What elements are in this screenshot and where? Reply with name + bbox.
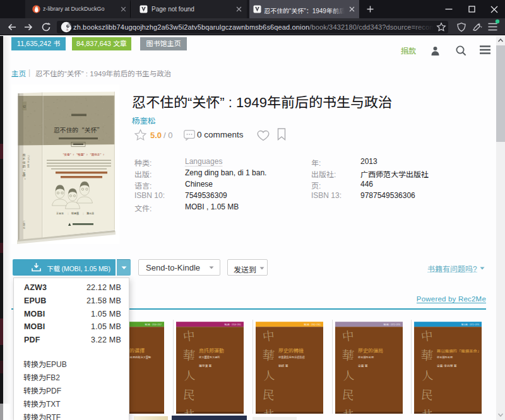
svg-text:第4卷 · 1958-1961: 第4卷 · 1958-1961 bbox=[224, 323, 241, 326]
svg-text:華: 華 bbox=[341, 345, 355, 365]
svg-text:民: 民 bbox=[342, 385, 355, 403]
svg-text:人: 人 bbox=[263, 366, 275, 383]
svg-text:中: 中 bbox=[420, 326, 434, 344]
svg-text:羅平漢 著: 羅平漢 著 bbox=[199, 363, 212, 368]
svg-text:人: 人 bbox=[342, 366, 355, 383]
svg-text:史雲 著: 史雲 著 bbox=[358, 363, 368, 368]
svg-text:第5卷 · 1962-1965: 第5卷 · 1962-1965 bbox=[304, 323, 321, 326]
svg-text:從大躍進到大饑荒: 從大躍進到大饑荒 bbox=[199, 355, 220, 359]
svg-text:中: 中 bbox=[182, 326, 196, 344]
svg-text:中: 中 bbox=[261, 326, 275, 344]
svg-text:史雲·李丹慧 著: 史雲·李丹慧 著 bbox=[437, 363, 457, 368]
svg-text:共: 共 bbox=[420, 405, 434, 414]
svg-text:民: 民 bbox=[182, 385, 196, 403]
svg-text:潘光旦: 潘光旦 bbox=[86, 211, 95, 215]
svg-text:忍不住的“关怀”: 忍不住的“关怀” bbox=[54, 125, 103, 134]
svg-text:中: 中 bbox=[341, 326, 355, 344]
svg-text:1949年前后: 1949年前后 bbox=[27, 155, 30, 168]
svg-text:共: 共 bbox=[182, 405, 196, 414]
svg-text:難以繼續的「繼續革命」: 難以繼續的「繼續革命」 bbox=[437, 348, 481, 354]
svg-text:人: 人 bbox=[183, 366, 196, 383]
svg-text:民: 民 bbox=[262, 385, 276, 403]
svg-text:王芸生: 王芸生 bbox=[56, 211, 64, 215]
svg-text:订: 订 bbox=[23, 104, 26, 108]
svg-text:華: 華 bbox=[420, 345, 434, 365]
svg-text:華: 華 bbox=[261, 345, 275, 365]
svg-text:第10卷 · 1972-1976: 第10卷 · 1972-1976 bbox=[461, 323, 479, 326]
svg-text:第8卷 · 1972-1976: 第8卷 · 1972-1976 bbox=[383, 323, 400, 326]
svg-text:從批林到批鄧: 從批林到批鄧 bbox=[437, 355, 453, 359]
svg-text:人: 人 bbox=[421, 366, 434, 383]
svg-text:華: 華 bbox=[182, 345, 196, 365]
svg-text:广西师范: 广西师范 bbox=[22, 220, 25, 230]
svg-text:忍不住的“关怀”: 忍不住的“关怀” bbox=[21, 154, 27, 182]
svg-text:歷史的僵局: 歷史的僵局 bbox=[358, 347, 383, 354]
svg-text:“反骨”? “叛国”? “跟党走”?: “反骨”? “叛国”? “跟党走”? bbox=[61, 153, 104, 156]
svg-text:民: 民 bbox=[420, 385, 434, 403]
svg-text:從批林到批鄧: 從批林到批鄧 bbox=[358, 355, 374, 359]
svg-text:第3卷 · 1956-1957: 第3卷 · 1956-1957 bbox=[145, 323, 162, 326]
svg-text:從挽救危局到反修防修: 從挽救危局到反修防修 bbox=[278, 355, 306, 359]
svg-text:劉統 著: 劉統 著 bbox=[278, 363, 288, 368]
svg-text:共: 共 bbox=[342, 405, 355, 414]
svg-text:共: 共 bbox=[262, 405, 275, 414]
svg-text:歷史的轉機: 歷史的轉機 bbox=[278, 347, 304, 354]
svg-text:張東蓀: 張東蓀 bbox=[71, 211, 80, 215]
svg-text:烏托邦運動: 烏托邦運動 bbox=[199, 347, 224, 354]
